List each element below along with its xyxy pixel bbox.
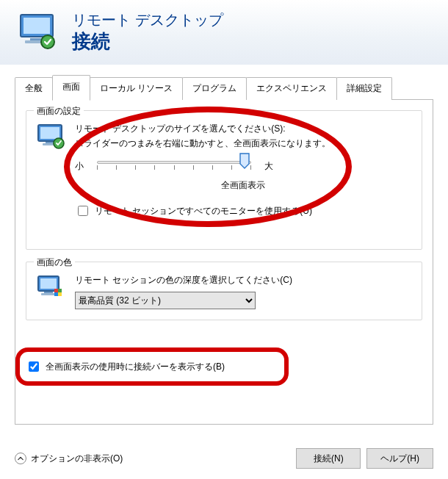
tab-display[interactable]: 画面 [52,75,90,101]
use-all-monitors-checkbox[interactable]: リモート セッションですべてのモニターを使用する(U) [75,204,312,218]
slider-thumb-icon[interactable] [239,153,250,169]
svg-rect-15 [58,289,62,292]
slider-min-label: 小 [75,159,84,173]
footer: オプションの非表示(O) 接続(N) ヘルプ(H) [15,448,433,469]
chevron-up-icon [15,453,26,464]
options-expander-label: オプションの非表示(O) [31,453,123,465]
help-button[interactable]: ヘルプ(H) [366,448,433,469]
display-size-slider[interactable] [97,161,251,171]
rdp-icon [18,12,59,53]
connection-bar-label: 全画面表示の使用時に接続バーを表示する(B) [46,361,225,373]
slider-max-label: 大 [264,159,273,173]
svg-rect-1 [24,18,50,34]
display-settings-group: 画面の設定 リモート デスクトップのサイズを選んでください(S): スライダーの… [26,110,422,250]
tab-general[interactable]: 全般 [15,77,53,100]
connection-bar-input[interactable] [29,361,39,372]
connect-button[interactable]: 接続(N) [296,448,361,469]
svg-rect-12 [44,292,53,293]
svg-rect-6 [40,127,59,139]
svg-rect-16 [54,292,58,296]
display-color-group: 画面の色 リモート セッションの色の深度を選択してください( [26,262,422,320]
svg-rect-7 [46,142,54,143]
display-color-title: 画面の色 [34,256,75,269]
svg-rect-17 [58,292,62,296]
svg-rect-13 [41,293,56,295]
color-depth-label: リモート セッションの色の深度を選択してください(C) [75,273,411,287]
svg-rect-11 [40,278,57,289]
connection-bar-checkbox[interactable]: 全画面表示の使用時に接続バーを表示する(B) [26,359,225,374]
tab-programs[interactable]: プログラム [182,77,247,100]
tab-strip: 全般 画面 ローカル リソース プログラム エクスペリエンス 詳細設定 [15,76,433,100]
display-size-label: リモート デスクトップのサイズを選んでください(S): [75,121,411,136]
display-settings-title: 画面の設定 [34,105,84,118]
tab-advanced[interactable]: 詳細設定 [336,77,392,100]
tab-local[interactable]: ローカル リソース [90,77,183,100]
svg-rect-14 [54,289,58,292]
display-size-hint: スライダーのつまみを右端に動かすと、全画面表示になります。 [75,136,411,151]
header: リモート デスクトップ 接続 [0,0,448,65]
tab-experience[interactable]: エクスペリエンス [246,77,337,100]
color-depth-select[interactable]: 最高品質 (32 ビット) [75,292,256,309]
use-all-monitors-label: リモート セッションですべてのモニターを使用する(U) [95,204,312,218]
color-palette-icon [37,273,66,302]
slider-value-label: 全画面表示 [75,178,411,192]
display-panel: 画面の設定 リモート デスクトップのサイズを選んでください(S): スライダーの… [15,100,433,425]
use-all-monitors-input[interactable] [78,206,88,216]
page-title: 接続 [72,29,223,54]
monitor-icon [37,121,66,151]
app-name: リモート デスクトップ [72,10,223,30]
options-expander[interactable]: オプションの非表示(O) [15,453,123,465]
